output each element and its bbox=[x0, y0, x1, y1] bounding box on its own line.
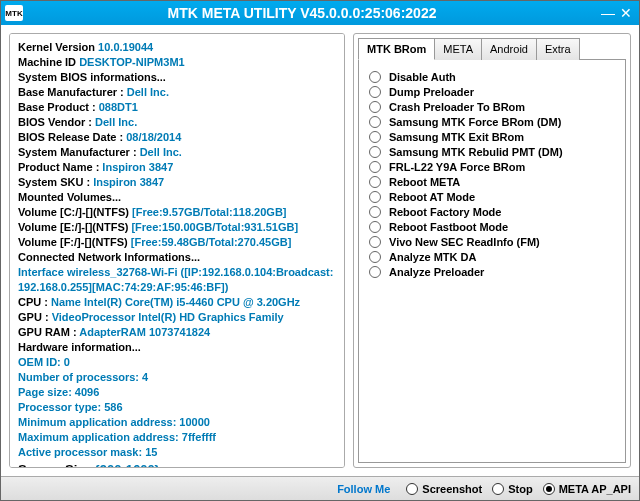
action-crash-preloader-to-brom[interactable]: Crash Preloader To BRom bbox=[369, 101, 615, 113]
radio-icon bbox=[369, 191, 381, 203]
action-label: Vivo New SEC ReadInfo (FM) bbox=[389, 236, 540, 248]
info-row: CPU : Name Intel(R) Core(TM) i5-4460 CPU… bbox=[18, 295, 336, 310]
info-label: Kernel Version bbox=[18, 41, 98, 53]
info-value: Inspiron 3847 bbox=[93, 176, 164, 188]
action-label: Disable Auth bbox=[389, 71, 456, 83]
info-label: GPU : bbox=[18, 311, 52, 323]
radio-icon bbox=[369, 251, 381, 263]
action-vivo-new-sec-readinfo-fm-[interactable]: Vivo New SEC ReadInfo (FM) bbox=[369, 236, 615, 248]
info-value: AdapterRAM 1073741824 bbox=[79, 326, 210, 338]
info-row: System SKU : Inspiron 3847 bbox=[18, 175, 336, 190]
tab-mtk-brom[interactable]: MTK BRom bbox=[358, 38, 435, 60]
info-label: System SKU : bbox=[18, 176, 93, 188]
info-label: Volume [F:/]-[](NTFS) bbox=[18, 236, 131, 248]
info-row: OEM ID: 0 bbox=[18, 355, 336, 370]
footer-option-label: Screenshot bbox=[422, 483, 482, 495]
action-samsung-mtk-rebulid-pmt-dm-[interactable]: Samsung MTK Rebulid PMT (DM) bbox=[369, 146, 615, 158]
info-row: GPU RAM : AdapterRAM 1073741824 bbox=[18, 325, 336, 340]
action-samsung-mtk-exit-brom[interactable]: Samsung MTK Exit BRom bbox=[369, 131, 615, 143]
action-dump-preloader[interactable]: Dump Preloader bbox=[369, 86, 615, 98]
action-label: Samsung MTK Rebulid PMT (DM) bbox=[389, 146, 563, 158]
radio-icon bbox=[369, 86, 381, 98]
tab-meta[interactable]: META bbox=[434, 38, 482, 60]
action-label: Dump Preloader bbox=[389, 86, 474, 98]
info-value: [Free:59.48GB/Total:270.45GB] bbox=[131, 236, 292, 248]
action-label: Crash Preloader To BRom bbox=[389, 101, 525, 113]
screen-size-label: Screen Size bbox=[18, 462, 95, 468]
action-disable-auth[interactable]: Disable Auth bbox=[369, 71, 615, 83]
info-label: Hardware information... bbox=[18, 341, 141, 353]
info-row: BIOS Vendor : Dell Inc. bbox=[18, 115, 336, 130]
action-analyze-preloader[interactable]: Analyze Preloader bbox=[369, 266, 615, 278]
radio-icon bbox=[369, 266, 381, 278]
action-frl-l22-y9a-force-brom[interactable]: FRL-L22 Y9A Force BRom bbox=[369, 161, 615, 173]
info-value: OEM ID: 0 bbox=[18, 356, 70, 368]
window-title: MTK META UTILITY V45.0.0.0:25:06:2022 bbox=[5, 5, 599, 21]
minimize-icon[interactable]: — bbox=[599, 4, 617, 22]
info-row: Base Product : 088DT1 bbox=[18, 100, 336, 115]
info-row: Hardware information... bbox=[18, 340, 336, 355]
info-row: GPU : VideoProcessor Intel(R) HD Graphic… bbox=[18, 310, 336, 325]
info-row: Number of processors: 4 bbox=[18, 370, 336, 385]
status-bar: Follow Me ScreenshotStopMETA AP_API bbox=[1, 476, 639, 500]
info-row: Processor type: 586 bbox=[18, 400, 336, 415]
action-analyze-mtk-da[interactable]: Analyze MTK DA bbox=[369, 251, 615, 263]
info-row: Volume [F:/]-[](NTFS) [Free:59.48GB/Tota… bbox=[18, 235, 336, 250]
info-row: System BIOS informations... bbox=[18, 70, 336, 85]
radio-icon bbox=[369, 131, 381, 143]
tab-extra[interactable]: Extra bbox=[536, 38, 580, 60]
info-value: [Free:9.57GB/Total:118.20GB] bbox=[132, 206, 286, 218]
footer-option-meta-ap-api[interactable]: META AP_API bbox=[543, 483, 631, 495]
action-label: Analyze MTK DA bbox=[389, 251, 476, 263]
action-samsung-mtk-force-brom-dm-[interactable]: Samsung MTK Force BRom (DM) bbox=[369, 116, 615, 128]
info-row: System Manufacturer : Dell Inc. bbox=[18, 145, 336, 160]
info-row: BIOS Release Date : 08/18/2014 bbox=[18, 130, 336, 145]
info-row: Kernel Version 10.0.19044 bbox=[18, 40, 336, 55]
info-row: Connected Network Informations... bbox=[18, 250, 336, 265]
footer-option-stop[interactable]: Stop bbox=[492, 483, 532, 495]
info-row: Mounted Volumes... bbox=[18, 190, 336, 205]
radio-icon bbox=[369, 146, 381, 158]
info-row: Interface wireless_32768-Wi-Fi ([IP:192.… bbox=[18, 265, 336, 280]
action-reboot-meta[interactable]: Reboot META bbox=[369, 176, 615, 188]
radio-icon bbox=[369, 176, 381, 188]
action-reboot-fastboot-mode[interactable]: Reboot Fastboot Mode bbox=[369, 221, 615, 233]
info-label: System Manufacturer : bbox=[18, 146, 140, 158]
info-value: Dell Inc. bbox=[95, 116, 137, 128]
action-label: Reboot META bbox=[389, 176, 460, 188]
info-label: BIOS Release Date : bbox=[18, 131, 126, 143]
info-row: Minimum application address: 10000 bbox=[18, 415, 336, 430]
radio-icon bbox=[369, 116, 381, 128]
tab-android[interactable]: Android bbox=[481, 38, 537, 60]
info-label: Connected Network Informations... bbox=[18, 251, 200, 263]
info-label: Volume [E:/]-[](NTFS) bbox=[18, 221, 131, 233]
info-value: VideoProcessor Intel(R) HD Graphics Fami… bbox=[52, 311, 284, 323]
info-row: Volume [E:/]-[](NTFS) [Free:150.00GB/Tot… bbox=[18, 220, 336, 235]
footer-option-label: Stop bbox=[508, 483, 532, 495]
info-row: Base Manufacturer : Dell Inc. bbox=[18, 85, 336, 100]
info-label: Base Product : bbox=[18, 101, 99, 113]
info-value: [Free:150.00GB/Total:931.51GB] bbox=[131, 221, 298, 233]
footer-option-screenshot[interactable]: Screenshot bbox=[406, 483, 482, 495]
radio-icon bbox=[369, 71, 381, 83]
action-label: Samsung MTK Exit BRom bbox=[389, 131, 524, 143]
titlebar: MTK MTK META UTILITY V45.0.0.0:25:06:202… bbox=[1, 1, 639, 25]
info-label: Machine ID bbox=[18, 56, 79, 68]
info-row: Active processor mask: 15 bbox=[18, 445, 336, 460]
action-reboot-at-mode[interactable]: Reboot AT Mode bbox=[369, 191, 615, 203]
close-icon[interactable]: ✕ bbox=[617, 4, 635, 22]
info-value: Name Intel(R) Core(TM) i5-4460 CPU @ 3.2… bbox=[51, 296, 300, 308]
action-reboot-factory-mode[interactable]: Reboot Factory Mode bbox=[369, 206, 615, 218]
radio-icon bbox=[369, 236, 381, 248]
action-label: FRL-L22 Y9A Force BRom bbox=[389, 161, 525, 173]
info-label: Product Name : bbox=[18, 161, 102, 173]
info-row: Volume [C:/]-[](NTFS) [Free:9.57GB/Total… bbox=[18, 205, 336, 220]
radio-icon bbox=[492, 483, 504, 495]
radio-icon bbox=[406, 483, 418, 495]
follow-me-link[interactable]: Follow Me bbox=[337, 483, 390, 495]
action-label: Reboot AT Mode bbox=[389, 191, 475, 203]
info-value: 192.168.0.255][MAC:74:29:AF:95:46:BF]) bbox=[18, 281, 228, 293]
info-row: Machine ID DESKTOP-NIPM3M1 bbox=[18, 55, 336, 70]
tab-bar: MTK BRomMETAAndroidExtra bbox=[358, 38, 626, 60]
info-value: 08/18/2014 bbox=[126, 131, 181, 143]
